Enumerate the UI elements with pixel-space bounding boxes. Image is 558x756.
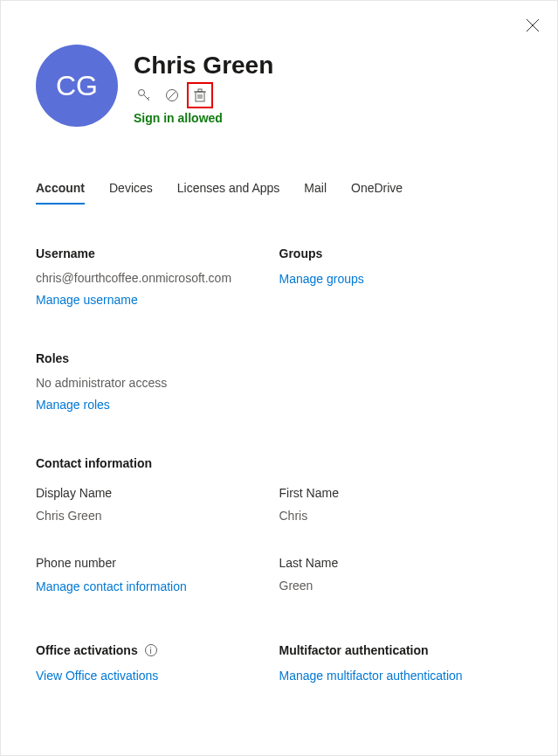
last-name-field: Last Name Green <box>279 556 523 600</box>
block-icon <box>165 88 179 102</box>
display-name-value: Chris Green <box>36 509 279 523</box>
close-button[interactable] <box>524 17 541 34</box>
first-name-value: Chris <box>279 509 523 523</box>
tab-onedrive[interactable]: OneDrive <box>351 181 403 204</box>
mfa-section: Multifactor authentication Manage multif… <box>279 643 523 683</box>
office-section: Office activations i View Office activat… <box>36 643 279 683</box>
last-name-value: Green <box>279 579 523 593</box>
svg-line-6 <box>169 92 176 100</box>
svg-line-4 <box>148 97 149 99</box>
svg-rect-9 <box>198 89 202 92</box>
mfa-label: Multifactor authentication <box>279 643 523 657</box>
phone-label: Phone number <box>36 556 279 570</box>
groups-section: Groups Manage groups <box>279 246 523 308</box>
trash-icon <box>194 88 206 102</box>
username-section: Username chris@fourthcoffee.onmicrosoft.… <box>36 246 279 308</box>
display-name-label: Display Name <box>36 486 279 500</box>
roles-label: Roles <box>36 351 279 365</box>
groups-label: Groups <box>279 246 523 260</box>
tabs: Account Devices Licenses and Apps Mail O… <box>36 181 522 205</box>
user-name: Chris Green <box>134 52 273 80</box>
account-content: Username chris@fourthcoffee.onmicrosoft.… <box>36 246 522 683</box>
username-value: chris@fourthcoffee.onmicrosoft.com <box>36 271 279 285</box>
reset-password-button[interactable] <box>135 87 153 104</box>
tab-mail[interactable]: Mail <box>304 181 327 204</box>
avatar: CG <box>36 45 118 127</box>
tab-devices[interactable]: Devices <box>109 181 153 204</box>
contact-label: Contact information <box>36 456 522 470</box>
first-name-label: First Name <box>279 486 523 500</box>
manage-username-link[interactable]: Manage username <box>36 293 138 307</box>
signin-status: Sign in allowed <box>134 111 273 125</box>
first-name-field: First Name Chris <box>279 486 523 530</box>
contact-section: Contact information Display Name Chris G… <box>36 456 522 600</box>
manage-groups-link[interactable]: Manage groups <box>279 272 364 286</box>
key-icon <box>136 87 152 103</box>
block-signin-button[interactable] <box>163 87 181 104</box>
view-office-link[interactable]: View Office activations <box>36 669 158 683</box>
user-header: CG Chris Green <box>36 45 522 127</box>
manage-contact-link[interactable]: Manage contact information <box>36 579 187 593</box>
info-icon[interactable]: i <box>145 644 157 656</box>
action-icons <box>134 87 273 104</box>
delete-user-button[interactable] <box>191 87 209 104</box>
close-icon <box>526 18 540 32</box>
manage-roles-link[interactable]: Manage roles <box>36 398 110 412</box>
phone-field: Phone number Manage contact information <box>36 556 279 600</box>
display-name-field: Display Name Chris Green <box>36 486 279 530</box>
header-info: Chris Green <box>134 45 273 125</box>
username-label: Username <box>36 246 279 260</box>
roles-value: No administrator access <box>36 376 279 390</box>
manage-mfa-link[interactable]: Manage multifactor authentication <box>279 669 463 683</box>
roles-section: Roles No administrator access Manage rol… <box>36 351 279 413</box>
tab-account[interactable]: Account <box>36 181 85 204</box>
office-label: Office activations i <box>36 643 279 657</box>
tab-licenses[interactable]: Licenses and Apps <box>177 181 280 204</box>
svg-point-2 <box>139 90 145 96</box>
last-name-label: Last Name <box>279 556 523 570</box>
